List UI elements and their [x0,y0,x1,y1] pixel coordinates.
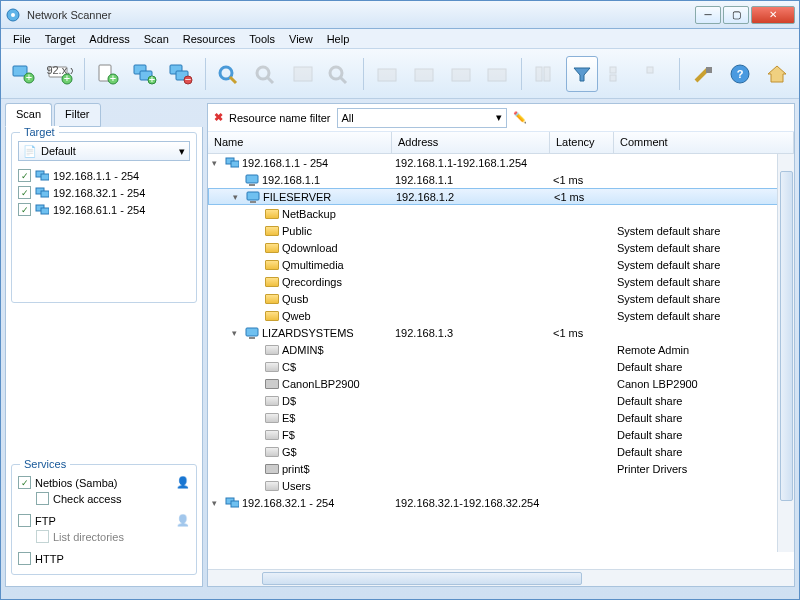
netbios-settings-icon[interactable]: 👤 [176,476,190,489]
vertical-scrollbar[interactable] [777,154,794,552]
unmount-button[interactable] [481,56,514,92]
col-name[interactable]: Name [208,132,392,153]
filter-label: Resource name filter [229,112,331,124]
explore-button[interactable] [408,56,441,92]
node-comment: Default share [614,395,794,407]
tree-row[interactable]: ▾LIZARDSYSTEMS192.168.1.3<1 ms [208,324,794,341]
tree-row[interactable]: PublicSystem default share [208,222,794,239]
horizontal-scrollbar[interactable] [208,569,794,586]
tree-row[interactable]: F$Default share [208,426,794,443]
tree-row[interactable]: QusbSystem default share [208,290,794,307]
tree-row[interactable]: G$Default share [208,443,794,460]
svg-rect-53 [249,337,255,339]
node-name: NetBackup [282,208,336,220]
target-range-item[interactable]: ✓192.168.1.1 - 254 [18,167,190,184]
check-access-checkbox[interactable] [36,492,49,505]
tree-row[interactable]: E$Default share [208,409,794,426]
menu-tools[interactable]: Tools [243,31,281,47]
maximize-button[interactable]: ▢ [723,6,749,24]
tree-row[interactable]: ▾192.168.32.1 - 254192.168.32.1-192.168.… [208,494,794,511]
import-list-button[interactable]: + [92,56,125,92]
menu-view[interactable]: View [283,31,319,47]
tree-row[interactable]: ▾FILESERVER192.168.1.2<1 ms [208,188,794,205]
results-pane: ✖ Resource name filter All ▾ ✏️ Name Add… [207,103,795,587]
netbios-checkbox[interactable]: ✓ [18,476,31,489]
gfolder-icon [265,395,279,407]
tree-row[interactable]: QwebSystem default share [208,307,794,324]
tree-row[interactable]: QmultimediaSystem default share [208,256,794,273]
rescan-button[interactable] [286,56,319,92]
edit-filter-icon[interactable]: ✏️ [513,111,527,124]
settings-button[interactable] [687,56,720,92]
tree-row[interactable]: C$Default share [208,358,794,375]
filter-combo[interactable]: All ▾ [337,108,507,128]
col-latency[interactable]: Latency [550,132,614,153]
menu-address[interactable]: Address [83,31,135,47]
tree-row[interactable]: NetBackup [208,205,794,222]
tree-row[interactable]: 192.168.1.1192.168.1.1<1 ms [208,171,794,188]
target-range-item[interactable]: ✓192.168.32.1 - 254 [18,184,190,201]
node-name: Qweb [282,310,311,322]
tree-row[interactable]: QdownloadSystem default share [208,239,794,256]
svg-rect-47 [231,161,239,167]
tree-row[interactable]: CanonLBP2900Canon LBP2900 [208,375,794,392]
expander-icon[interactable]: ▾ [233,192,243,202]
svg-rect-41 [41,174,49,180]
filter-button[interactable] [566,56,599,92]
toolbar: + 192.x.x+ + + − ? [1,49,799,99]
open-folder-button[interactable] [371,56,404,92]
remove-computers-button[interactable]: − [165,56,198,92]
results-tree[interactable]: ▾192.168.1.1 - 254192.168.1.1-192.168.1.… [208,154,794,569]
expander-icon[interactable]: ▾ [232,328,242,338]
tab-scan[interactable]: Scan [5,103,52,127]
add-target-button[interactable]: + [7,56,40,92]
ftp-settings-icon[interactable]: 👤 [176,514,190,527]
tree-row[interactable]: D$Default share [208,392,794,409]
tree-row[interactable]: Users [208,477,794,494]
close-button[interactable]: ✕ [751,6,795,24]
expander-icon[interactable]: ▾ [212,498,222,508]
target-range-item[interactable]: ✓192.168.61.1 - 254 [18,201,190,218]
range-checkbox[interactable]: ✓ [18,186,31,199]
svg-text:+: + [64,72,70,84]
gfolder-icon [265,412,279,424]
add-range-button[interactable]: 192.x.x+ [44,56,77,92]
start-scan-button[interactable] [213,56,246,92]
help-button[interactable]: ? [724,56,757,92]
menu-file[interactable]: File [7,31,37,47]
menu-help[interactable]: Help [321,31,356,47]
range-checkbox[interactable]: ✓ [18,203,31,216]
tree-row[interactable]: print$Printer Drivers [208,460,794,477]
ftp-checkbox[interactable] [18,514,31,527]
collapse-button[interactable] [639,56,672,92]
col-comment[interactable]: Comment [614,132,794,153]
target-profile-combo[interactable]: 📄Default ▾ [18,141,190,161]
http-checkbox[interactable] [18,552,31,565]
tab-filter[interactable]: Filter [54,103,100,127]
expander-icon[interactable]: ▾ [212,158,222,168]
node-latency: <1 ms [551,191,615,203]
tree-row[interactable]: ▾192.168.1.1 - 254192.168.1.1-192.168.1.… [208,154,794,171]
check-access-label: Check access [53,493,121,505]
mount-button[interactable] [444,56,477,92]
svg-text:+: + [26,71,32,83]
tree-row[interactable]: QrecordingsSystem default share [208,273,794,290]
tree-row[interactable]: ADMIN$Remote Admin [208,341,794,358]
columns-button[interactable] [529,56,562,92]
minimize-button[interactable]: ─ [695,6,721,24]
list-dirs-checkbox[interactable] [36,530,49,543]
menu-target[interactable]: Target [39,31,82,47]
menu-resources[interactable]: Resources [177,31,242,47]
stop-scan-button[interactable] [323,56,356,92]
home-button[interactable] [760,56,793,92]
col-address[interactable]: Address [392,132,550,153]
clear-filter-icon[interactable]: ✖ [214,111,223,124]
node-comment: Default share [614,429,794,441]
menu-scan[interactable]: Scan [138,31,175,47]
node-comment: Remote Admin [614,344,794,356]
pause-scan-button[interactable] [250,56,283,92]
range-checkbox[interactable]: ✓ [18,169,31,182]
svg-rect-50 [247,192,259,200]
expand-button[interactable] [602,56,635,92]
add-computers-button[interactable]: + [128,56,161,92]
